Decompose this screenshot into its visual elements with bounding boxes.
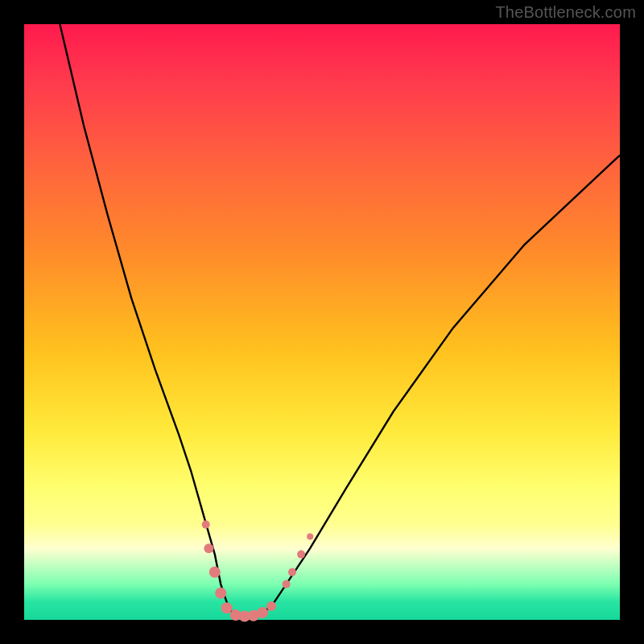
curve-marker: [297, 551, 305, 559]
curve-marker: [202, 521, 210, 529]
marker-group: [202, 521, 314, 622]
curve-marker: [257, 607, 268, 618]
curve-marker: [266, 601, 276, 611]
curve-marker: [221, 602, 233, 613]
curve-marker: [215, 588, 226, 599]
plot-area: [24, 24, 620, 620]
bottleneck-curve: [60, 24, 620, 617]
curve-svg: [24, 24, 620, 620]
attribution-label: TheBottleneck.com: [495, 3, 636, 22]
curve-marker: [283, 580, 291, 588]
curve-marker: [288, 568, 296, 576]
curve-marker: [307, 533, 313, 539]
chart-frame: TheBottleneck.com: [0, 0, 644, 644]
curve-marker: [209, 567, 221, 578]
curve-marker: [204, 543, 213, 553]
